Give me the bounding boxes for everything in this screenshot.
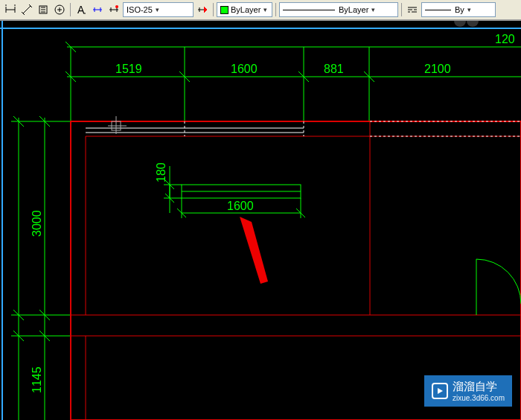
watermark-main: 溜溜自学 xyxy=(453,380,497,392)
linetype-preview-icon xyxy=(283,10,335,10)
dimension-linear-icon[interactable] xyxy=(3,2,18,17)
separator xyxy=(275,3,276,16)
dim-style-dropdown[interactable]: ISO-25 xyxy=(123,2,194,17)
toolbar: A ISO-25 ByLayer ByLayer By xyxy=(0,0,521,21)
color-swatch-icon xyxy=(220,6,228,14)
svg-text:A: A xyxy=(77,4,85,16)
watermark-sub: zixue.3d66.com xyxy=(453,394,505,402)
svg-marker-54 xyxy=(438,388,443,394)
annotation-arrow-icon xyxy=(240,217,268,284)
svg-point-52 xyxy=(454,21,466,27)
dim-style-manager-icon[interactable] xyxy=(195,2,210,17)
separator xyxy=(70,3,71,16)
dim-rect-height: 180 xyxy=(155,162,167,182)
dim-left-upper: 3000 xyxy=(31,210,43,237)
dimension-ordinate-icon[interactable] xyxy=(36,2,51,17)
color-dropdown[interactable]: ByLayer xyxy=(217,2,272,17)
linetype-manager-icon[interactable] xyxy=(405,2,420,17)
separator xyxy=(213,3,214,16)
cad-drawing: 120 1519 1600 881 2100 3000 1145 xyxy=(0,21,521,420)
drawing-canvas[interactable]: 120 1519 1600 881 2100 3000 1145 xyxy=(0,21,521,420)
separator xyxy=(401,3,402,16)
lineweight-value: By xyxy=(455,5,464,14)
text-style-icon[interactable]: A xyxy=(74,2,89,17)
svg-point-3 xyxy=(115,5,118,8)
dim-top-3: 2100 xyxy=(424,63,451,75)
dim-top-partial: 120 xyxy=(495,33,515,45)
dim-left-lower: 1145 xyxy=(31,366,43,393)
zoom-in-icon[interactable] xyxy=(52,2,67,17)
play-icon xyxy=(432,383,448,399)
dim-style-value: ISO-25 xyxy=(127,5,153,14)
watermark: 溜溜自学 zixue.3d66.com xyxy=(424,375,512,407)
linetype-value: ByLayer xyxy=(339,5,368,14)
svg-point-53 xyxy=(467,21,479,27)
lineweight-dropdown[interactable]: By xyxy=(421,2,496,17)
dim-rect-width: 1600 xyxy=(227,200,254,212)
dimension-aligned-icon[interactable] xyxy=(19,2,34,17)
lineweight-preview-icon xyxy=(425,10,451,10)
dim-style-edit-icon[interactable] xyxy=(90,2,105,17)
color-value: ByLayer xyxy=(231,5,260,14)
dim-update-icon[interactable] xyxy=(106,2,121,17)
dim-top-0: 1519 xyxy=(115,63,142,75)
linetype-dropdown[interactable]: ByLayer xyxy=(279,2,398,17)
dim-top-2: 881 xyxy=(324,63,344,75)
dim-top-1: 1600 xyxy=(231,63,258,75)
